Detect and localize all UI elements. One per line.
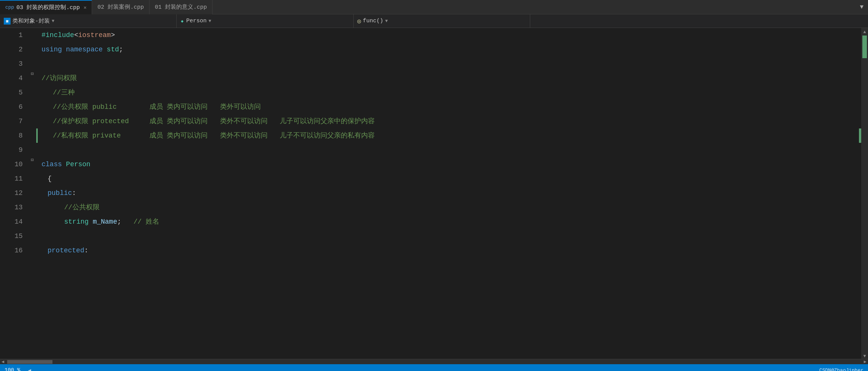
fold-icon-4[interactable]: ⊟: [31, 71, 34, 77]
dropdown-arrow-1[interactable]: ▼: [52, 19, 54, 24]
scroll-left-indicator: ◀: [28, 367, 31, 371]
code-editor: 1 2 3 4 5 6 7 8 9 10 11 12 13 14 15 16 ⊟…: [0, 28, 868, 359]
zoom-level: 100 %: [5, 367, 20, 371]
toolbar-section-2[interactable]: ⬥ Person ▼: [177, 14, 353, 28]
scroll-up-button[interactable]: ▲: [862, 29, 867, 35]
ln-6: 6: [0, 100, 23, 114]
ln-11: 11: [0, 172, 23, 186]
scroll-track[interactable]: [862, 36, 867, 353]
hscroll-thumb[interactable]: [7, 360, 52, 364]
scroll-thumb[interactable]: [862, 36, 867, 58]
code-line-8: //私有权限 private 成员 类内可以访问 类外不可以访问 儿子不可以访问…: [38, 128, 861, 143]
fold-icon-10[interactable]: ⊟: [31, 157, 34, 163]
code-line-10: class Person: [38, 157, 861, 172]
ln-7: 7: [0, 114, 23, 128]
tab-active[interactable]: cpp 03 封装的权限控制.cpp ✕: [0, 0, 92, 14]
ln-12: 12: [0, 186, 23, 200]
ln-2: 2: [0, 42, 23, 57]
tab-3[interactable]: 01 封装的意义.cpp: [149, 0, 212, 14]
tab-expand-button[interactable]: ▼: [855, 4, 868, 11]
code-line-3: [38, 57, 861, 71]
ln-10: 10: [0, 157, 23, 172]
hscroll-left-button[interactable]: ◀: [0, 359, 6, 365]
code-line-15: [38, 229, 861, 243]
class-icon: ▣: [4, 18, 11, 25]
code-lines[interactable]: #include<iostream> using namespace std; …: [38, 28, 861, 359]
toolbar-class-label: 类和对象-封装: [12, 17, 50, 25]
tab-bar: cpp 03 封装的权限控制.cpp ✕ 02 封装案例.cpp 01 封装的意…: [0, 0, 868, 14]
code-line-5: //三种: [38, 85, 861, 100]
line-numbers: 1 2 3 4 5 6 7 8 9 10 11 12 13 14 15 16: [0, 28, 30, 359]
hscroll-track[interactable]: [7, 360, 861, 364]
tab-label: 03 封装的权限控制.cpp: [16, 4, 80, 11]
ln-13: 13: [0, 200, 23, 215]
line-change-bar-8: [859, 128, 861, 143]
person-icon: ⬥: [180, 18, 184, 25]
vertical-scrollbar[interactable]: ▲ ▼: [861, 28, 868, 359]
toolbar-person-label: Person: [186, 18, 206, 24]
tab-2[interactable]: 02 封装案例.cpp: [92, 0, 149, 14]
tab-3-label: 01 封装的意义.cpp: [155, 3, 207, 11]
ln-8: 8: [0, 128, 23, 143]
tab-2-label: 02 封装案例.cpp: [97, 3, 144, 11]
fold-bar: ⊟ ⊟: [30, 28, 38, 359]
func-icon: ◎: [357, 17, 361, 25]
dropdown-arrow-2[interactable]: ▼: [208, 19, 211, 24]
ln-5: 5: [0, 85, 23, 100]
code-line-4: //访问权限: [38, 71, 861, 85]
ln-1: 1: [0, 28, 23, 42]
toolbar: ▣ 类和对象-封装 ▼ ⬥ Person ▼ ◎ func() ▼: [0, 14, 868, 28]
code-line-9: [38, 143, 861, 157]
hscroll-right-button[interactable]: ▶: [862, 359, 868, 365]
ln-16: 16: [0, 243, 23, 258]
code-line-2: using namespace std;: [38, 42, 861, 57]
toolbar-section-3[interactable]: ◎ func() ▼: [354, 14, 530, 28]
scroll-down-button[interactable]: ▼: [862, 354, 867, 359]
ln-14: 14: [0, 215, 23, 229]
toolbar-section-1[interactable]: ▣ 类和对象-封装 ▼: [0, 14, 177, 28]
code-line-14: string m_Name; // 姓名: [38, 215, 861, 229]
code-line-11: {: [38, 172, 861, 186]
tab-close-button[interactable]: ✕: [83, 5, 86, 11]
ln-4: 4: [0, 71, 23, 85]
code-line-16: protected:: [38, 243, 861, 258]
ln-9: 9: [0, 143, 23, 157]
code-line-1: #include<iostream>: [38, 28, 861, 42]
code-line-13: //公共权限: [38, 200, 861, 215]
watermark: CSDN@ZhaoJipher: [819, 368, 863, 371]
tab-icon: cpp: [5, 5, 14, 10]
toolbar-func-label: func(): [363, 18, 383, 24]
code-line-7: //保护权限 protected 成员 类内可以访问 类外不可以访问 儿子可以访…: [38, 114, 861, 128]
status-bar: 100 % ◀ CSDN@ZhaoJipher: [0, 364, 868, 371]
dropdown-arrow-3[interactable]: ▼: [385, 19, 388, 24]
ln-3: 3: [0, 57, 23, 71]
code-line-6: //公共权限 public 成员 类内可以访问 类外可以访问: [38, 100, 861, 114]
code-line-12: public:: [38, 186, 861, 200]
horizontal-scrollbar[interactable]: ◀ ▶: [0, 359, 868, 364]
ln-15: 15: [0, 229, 23, 243]
